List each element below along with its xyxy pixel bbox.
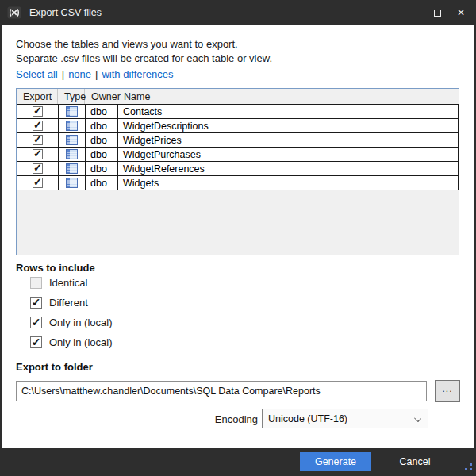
check-icon: ✓ [32, 336, 41, 347]
check-icon: ✓ [32, 317, 41, 328]
instruction-line-1: Choose the tables and views you want to … [16, 38, 238, 50]
resize-grip-icon[interactable] [463, 463, 473, 473]
generate-button[interactable]: Generate [300, 452, 371, 471]
link-with-differences[interactable]: with differences [102, 68, 173, 80]
tables-listbox: Export Type Owner Name ✓ dbo Contacts ✓ … [16, 88, 459, 255]
name-cell: WidgetPurchases [118, 148, 458, 161]
owner-cell: dbo [86, 119, 118, 132]
cancel-button[interactable]: Cancel [387, 452, 443, 471]
listbox-header: Export Type Owner Name [17, 89, 459, 105]
titlebar: Export CSV files ✕ [0, 0, 476, 25]
owner-cell: dbo [86, 105, 118, 118]
include-option-label: Different [49, 297, 88, 309]
window-title: Export CSV files [29, 7, 102, 18]
header-export[interactable]: Export [17, 89, 58, 104]
export-checkbox[interactable]: ✓ [33, 135, 43, 145]
export-checkbox[interactable]: ✓ [33, 149, 43, 159]
name-cell: WidgetReferences [118, 162, 458, 175]
window-border-left [0, 0, 2, 476]
browse-button[interactable]: ... [435, 380, 460, 402]
minimize-button[interactable] [401, 0, 425, 25]
include-option-only-in-local-2[interactable]: ✓ Only in (local) [30, 336, 112, 349]
different-checkbox[interactable]: ✓ [30, 297, 42, 309]
check-icon: ✓ [33, 177, 42, 187]
table-row[interactable]: ✓ dbo WidgetDescriptions [17, 118, 459, 133]
name-cell: Widgets [118, 176, 458, 190]
owner-cell: dbo [86, 176, 118, 190]
check-icon: ✓ [33, 163, 42, 173]
owner-cell: dbo [86, 148, 118, 161]
check-icon: ✓ [33, 106, 42, 116]
close-button[interactable]: ✕ [449, 0, 473, 25]
owner-cell: dbo [86, 133, 118, 147]
include-option-label: Only in (local) [49, 336, 112, 348]
header-name[interactable]: Name [117, 89, 459, 104]
export-checkbox[interactable]: ✓ [33, 163, 43, 174]
table-icon [66, 149, 78, 159]
check-icon: ✓ [33, 134, 42, 144]
link-select-all[interactable]: Select all [16, 68, 58, 80]
identical-checkbox[interactable]: ✓ [30, 277, 42, 289]
folder-path-input[interactable] [16, 381, 427, 401]
check-icon: ✓ [33, 148, 42, 159]
link-separator: | [62, 68, 64, 80]
window-controls: ✕ [401, 0, 473, 25]
export-checkbox[interactable]: ✓ [33, 121, 43, 131]
maximize-button[interactable] [425, 0, 449, 25]
name-cell: WidgetDescriptions [118, 119, 458, 132]
chevron-down-icon [414, 415, 421, 422]
include-option-different[interactable]: ✓ Different [30, 296, 88, 309]
instruction-line-2: Separate .csv files will be created for … [16, 52, 272, 64]
export-checkbox[interactable]: ✓ [33, 178, 43, 188]
table-icon [66, 163, 78, 174]
table-row[interactable]: ✓ dbo WidgetReferences [17, 161, 459, 176]
encoding-label: Encoding [194, 413, 258, 425]
export-folder-label: Export to folder [16, 361, 93, 373]
close-icon: ✕ [457, 8, 465, 17]
table-row[interactable]: ✓ dbo Widgets [17, 175, 459, 190]
table-row[interactable]: ✓ dbo WidgetPrices [17, 132, 459, 148]
link-separator: | [95, 68, 98, 80]
rows-to-include-label: Rows to include [16, 262, 95, 274]
include-option-label: Only in (local) [49, 317, 112, 328]
name-cell: WidgetPrices [118, 133, 458, 147]
table-row[interactable]: ✓ dbo WidgetPurchases [17, 147, 459, 162]
check-icon: ✓ [33, 120, 42, 130]
table-row[interactable]: ✓ dbo Contacts [17, 104, 459, 119]
include-option-identical[interactable]: ✓ Identical [30, 276, 87, 290]
header-type[interactable]: Type [58, 89, 85, 104]
only-in-local-checkbox[interactable]: ✓ [30, 336, 42, 348]
export-checkbox[interactable]: ✓ [33, 106, 43, 117]
table-icon [66, 121, 78, 131]
table-icon [66, 178, 78, 188]
link-none[interactable]: none [68, 68, 91, 80]
include-option-only-in-local-1[interactable]: ✓ Only in (local) [30, 316, 112, 329]
selection-links: Select all|none|with differences [16, 68, 174, 80]
maximize-icon [434, 10, 441, 17]
only-in-local-checkbox[interactable]: ✓ [30, 317, 42, 328]
owner-cell: dbo [86, 162, 118, 175]
check-icon: ✓ [32, 297, 41, 308]
minimize-icon [409, 13, 417, 13]
encoding-value: Unicode (UTF-16) [268, 413, 347, 424]
footer-bar: Generate Cancel [0, 448, 476, 476]
encoding-select[interactable]: Unicode (UTF-16) [262, 409, 428, 428]
header-owner[interactable]: Owner [85, 89, 117, 104]
table-icon [66, 135, 78, 145]
export-csv-dialog: Export CSV files ✕ Choose the tables and… [0, 0, 476, 476]
include-option-label: Identical [49, 277, 87, 289]
name-cell: Contacts [118, 105, 458, 118]
table-icon [66, 106, 78, 117]
app-icon [7, 6, 21, 20]
